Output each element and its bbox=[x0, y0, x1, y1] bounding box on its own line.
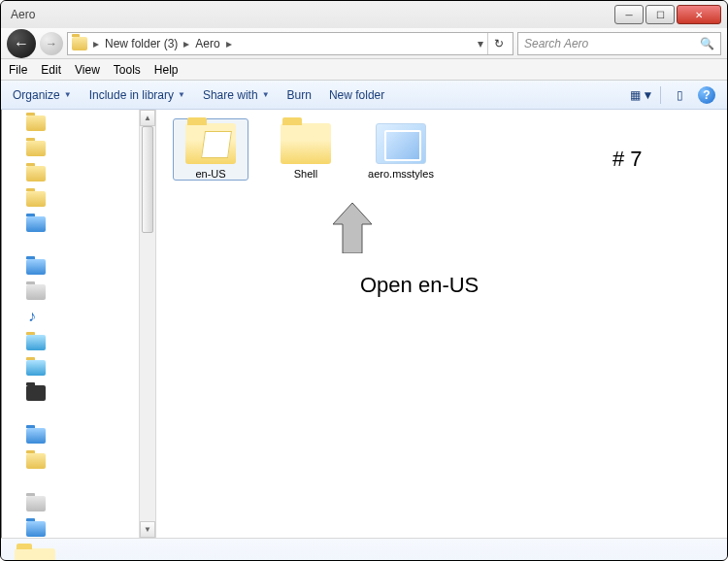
breadcrumb-seg-1[interactable]: New folder (3) bbox=[105, 37, 178, 50]
arrow-left-icon: ← bbox=[14, 35, 29, 52]
annotation-arrow-up-icon bbox=[333, 203, 372, 253]
scroll-down-button[interactable]: ▼ bbox=[140, 521, 155, 538]
preview-pane-button[interactable]: ▯ bbox=[671, 86, 688, 104]
explorer-window: Aero ─ ☐ ✕ ← → ▸ New folder (3) ▸ Aero ▸… bbox=[0, 0, 728, 561]
organize-label: Organize bbox=[13, 88, 60, 102]
burn-label: Burn bbox=[287, 88, 312, 102]
search-icon: 🔍 bbox=[700, 37, 714, 50]
body: ▲ ▼ en-US Shell aero.msstyles bbox=[1, 110, 727, 538]
share-label: Share with bbox=[203, 88, 258, 102]
scroll-up-button[interactable]: ▲ bbox=[140, 110, 155, 126]
organize-button[interactable]: Organize▼ bbox=[13, 88, 72, 102]
tree-documents-icon[interactable] bbox=[26, 284, 46, 300]
nav-bar: ← → ▸ New folder (3) ▸ Aero ▸ ▾↻ Search … bbox=[1, 28, 727, 59]
search-input[interactable]: Search Aero 🔍 bbox=[517, 32, 721, 55]
item-label: en-US bbox=[174, 168, 248, 180]
folder-icon bbox=[15, 548, 55, 562]
tree-scrollbar[interactable]: ▲ ▼ bbox=[139, 110, 155, 538]
include-in-library-button[interactable]: Include in library▼ bbox=[89, 88, 185, 102]
chevron-down-icon: ▼ bbox=[643, 88, 654, 102]
toolbar-right: ▦▼ ▯ ? bbox=[633, 86, 715, 104]
change-view-button[interactable]: ▦▼ bbox=[633, 86, 650, 104]
scroll-thumb[interactable] bbox=[142, 126, 153, 233]
chevron-right-icon: ▸ bbox=[226, 37, 232, 50]
tree-folder-icon[interactable] bbox=[26, 191, 46, 207]
breadcrumb[interactable]: ▸ New folder (3) ▸ Aero ▸ ▾↻ bbox=[67, 32, 513, 55]
back-button[interactable]: ← bbox=[7, 29, 36, 58]
separator bbox=[660, 86, 661, 104]
msstyles-file-icon bbox=[376, 123, 426, 164]
burn-button[interactable]: Burn bbox=[287, 88, 312, 102]
status-bar: 3 items bbox=[1, 538, 727, 561]
refresh-icon[interactable]: ↻ bbox=[487, 33, 509, 54]
menu-help[interactable]: Help bbox=[154, 63, 179, 77]
status-item-count: 3 items bbox=[67, 558, 105, 562]
title-bar: Aero ─ ☐ ✕ bbox=[1, 1, 727, 28]
tree-drive-icon[interactable] bbox=[26, 521, 46, 537]
forward-button[interactable]: → bbox=[40, 32, 63, 55]
new-folder-button[interactable]: New folder bbox=[329, 88, 384, 102]
tree-folder-icon[interactable] bbox=[26, 453, 46, 469]
help-icon[interactable]: ? bbox=[698, 86, 715, 104]
tree-folder-icon[interactable] bbox=[26, 116, 46, 131]
tree-pictures-icon[interactable] bbox=[26, 360, 46, 376]
chevron-down-icon: ▼ bbox=[262, 90, 270, 99]
folder-icon bbox=[72, 37, 87, 50]
chevron-down-icon: ▼ bbox=[64, 90, 72, 99]
folder-icon bbox=[185, 123, 236, 164]
arrow-right-icon: → bbox=[46, 37, 57, 50]
include-label: Include in library bbox=[89, 88, 174, 102]
file-item-aero-msstyles[interactable]: aero.msstyles bbox=[364, 119, 438, 180]
tree-libraries-icon[interactable] bbox=[26, 259, 46, 275]
menu-tools[interactable]: Tools bbox=[114, 63, 141, 77]
close-button[interactable]: ✕ bbox=[677, 5, 721, 24]
scroll-track[interactable] bbox=[140, 126, 155, 521]
chevron-right-icon: ▸ bbox=[183, 37, 189, 50]
menu-bar: File Edit View Tools Help bbox=[1, 59, 727, 81]
maximize-button[interactable]: ☐ bbox=[645, 5, 675, 24]
tree-videos-icon[interactable] bbox=[26, 385, 46, 401]
breadcrumb-seg-2[interactable]: Aero bbox=[195, 37, 219, 50]
chevron-down-icon: ▼ bbox=[178, 90, 185, 99]
folder-icon bbox=[281, 123, 331, 164]
share-with-button[interactable]: Share with▼ bbox=[203, 88, 270, 102]
minimize-button[interactable]: ─ bbox=[614, 5, 644, 24]
tree-homegroup-icon[interactable] bbox=[26, 428, 46, 444]
tree-folder-icon[interactable] bbox=[26, 141, 46, 156]
tree-computer-icon[interactable] bbox=[26, 496, 46, 512]
item-label: Shell bbox=[269, 168, 343, 180]
tree-folder-icon[interactable] bbox=[26, 166, 46, 182]
nav-tree[interactable]: ▲ ▼ bbox=[1, 110, 156, 538]
chevron-right-icon: ▸ bbox=[93, 37, 99, 50]
item-label: aero.msstyles bbox=[364, 168, 438, 180]
tree-music-icon[interactable] bbox=[26, 310, 46, 325]
tree-downloads-icon[interactable] bbox=[26, 216, 46, 232]
window-controls: ─ ☐ ✕ bbox=[612, 5, 721, 24]
tree-pictures-icon[interactable] bbox=[26, 335, 46, 350]
window-title: Aero bbox=[7, 8, 612, 21]
menu-view[interactable]: View bbox=[75, 63, 100, 77]
content-pane[interactable]: en-US Shell aero.msstyles Open en-US # 7 bbox=[156, 110, 727, 538]
menu-file[interactable]: File bbox=[9, 63, 27, 77]
newfolder-label: New folder bbox=[329, 88, 384, 102]
svg-marker-0 bbox=[333, 203, 372, 253]
annotation-open-enus: Open en-US bbox=[360, 273, 479, 298]
search-placeholder: Search Aero bbox=[524, 37, 588, 50]
breadcrumb-dropdown[interactable]: ▾↻ bbox=[478, 33, 509, 54]
annotation-step-number: # 7 bbox=[612, 147, 643, 172]
folder-item-shell[interactable]: Shell bbox=[269, 119, 343, 180]
folder-item-enus[interactable]: en-US bbox=[174, 119, 248, 180]
menu-edit[interactable]: Edit bbox=[41, 63, 61, 77]
command-bar: Organize▼ Include in library▼ Share with… bbox=[1, 81, 727, 110]
